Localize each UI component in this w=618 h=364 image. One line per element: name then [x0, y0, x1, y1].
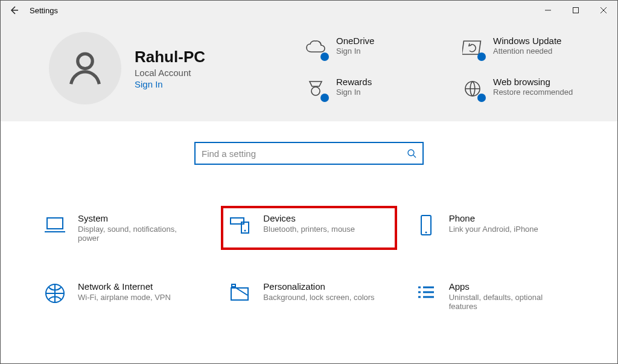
- category-phone[interactable]: Phone Link your Android, iPhone: [408, 207, 581, 249]
- search-icon: [407, 148, 416, 158]
- tile-sub: Sign In: [336, 88, 372, 97]
- globe-grid-icon: [43, 282, 66, 305]
- tile-onedrive[interactable]: OneDrive Sign In: [304, 36, 436, 60]
- user-block[interactable]: Rahul-PC Local Account Sign In: [49, 32, 205, 104]
- settings-header: Rahul-PC Local Account Sign In OneDrive …: [1, 20, 617, 121]
- category-title: Devices: [263, 213, 355, 223]
- person-icon: [64, 47, 106, 89]
- svg-rect-6: [47, 218, 63, 229]
- maximize-button[interactable]: [562, 1, 590, 20]
- svg-rect-14: [232, 284, 235, 287]
- status-dot-icon: [477, 94, 486, 102]
- phone-icon: [418, 213, 435, 237]
- close-button[interactable]: [590, 1, 617, 20]
- window-title: Settings: [27, 6, 58, 15]
- category-devices[interactable]: Devices Bluetooth, printers, mouse: [222, 207, 395, 249]
- svg-rect-2: [462, 41, 480, 54]
- category-sub: Bluetooth, printers, mouse: [263, 225, 355, 234]
- status-dot-icon: [320, 94, 329, 102]
- tile-title: OneDrive: [336, 36, 374, 46]
- user-name: Rahul-PC: [135, 48, 205, 66]
- back-button[interactable]: [1, 1, 27, 20]
- tile-title: Rewards: [336, 77, 372, 87]
- category-sub: Uninstall, defaults, optional features: [449, 293, 570, 311]
- avatar: [49, 32, 121, 104]
- category-title: Personalization: [263, 281, 374, 292]
- category-sub: Link your Android, iPhone: [449, 225, 538, 234]
- settings-categories: System Display, sound, notifications, po…: [1, 207, 617, 317]
- category-sub: Background, lock screen, colors: [263, 293, 374, 302]
- category-system[interactable]: System Display, sound, notifications, po…: [37, 207, 210, 249]
- tile-title: Web browsing: [493, 77, 573, 87]
- category-personalization[interactable]: Personalization Background, lock screen,…: [222, 275, 395, 317]
- tile-web-browsing[interactable]: Web browsing Restore recommended: [460, 77, 593, 101]
- maximize-icon: [572, 7, 579, 14]
- search-input[interactable]: [202, 148, 407, 159]
- minimize-button[interactable]: [534, 1, 562, 20]
- svg-point-11: [425, 232, 427, 234]
- signin-link[interactable]: Sign In: [135, 79, 205, 89]
- devices-icon: [228, 215, 252, 235]
- tile-windows-update[interactable]: Windows Update Attention needed: [460, 36, 593, 60]
- category-title: Network & Internet: [78, 281, 171, 292]
- close-icon: [600, 7, 607, 14]
- category-title: System: [78, 213, 199, 223]
- window-titlebar: Settings: [1, 1, 617, 20]
- svg-point-1: [78, 54, 93, 68]
- account-type: Local Account: [135, 68, 205, 78]
- category-sub: Wi-Fi, airplane mode, VPN: [78, 293, 171, 302]
- category-title: Phone: [449, 213, 538, 223]
- header-tiles: OneDrive Sign In Windows Update Attentio…: [304, 36, 593, 101]
- category-apps[interactable]: Apps Uninstall, defaults, optional featu…: [408, 275, 581, 317]
- status-dot-icon: [320, 53, 329, 61]
- status-dot-icon: [477, 53, 486, 61]
- svg-rect-0: [573, 8, 579, 13]
- search-box[interactable]: [194, 142, 424, 165]
- category-title: Apps: [449, 281, 570, 292]
- tile-title: Windows Update: [493, 36, 561, 46]
- svg-point-3: [311, 87, 320, 95]
- paint-icon: [228, 283, 252, 304]
- tile-sub: Restore recommended: [493, 88, 573, 97]
- svg-point-9: [244, 230, 246, 232]
- category-sub: Display, sound, notifications, power: [78, 225, 199, 243]
- list-icon: [415, 284, 438, 303]
- svg-point-5: [408, 150, 414, 156]
- arrow-left-icon: [9, 5, 19, 15]
- tile-rewards[interactable]: Rewards Sign In: [304, 77, 436, 101]
- minimize-icon: [544, 7, 552, 14]
- tile-sub: Sign In: [336, 46, 374, 56]
- category-network[interactable]: Network & Internet Wi-Fi, airplane mode,…: [37, 275, 210, 317]
- laptop-icon: [43, 215, 67, 235]
- tile-sub: Attention needed: [493, 46, 561, 56]
